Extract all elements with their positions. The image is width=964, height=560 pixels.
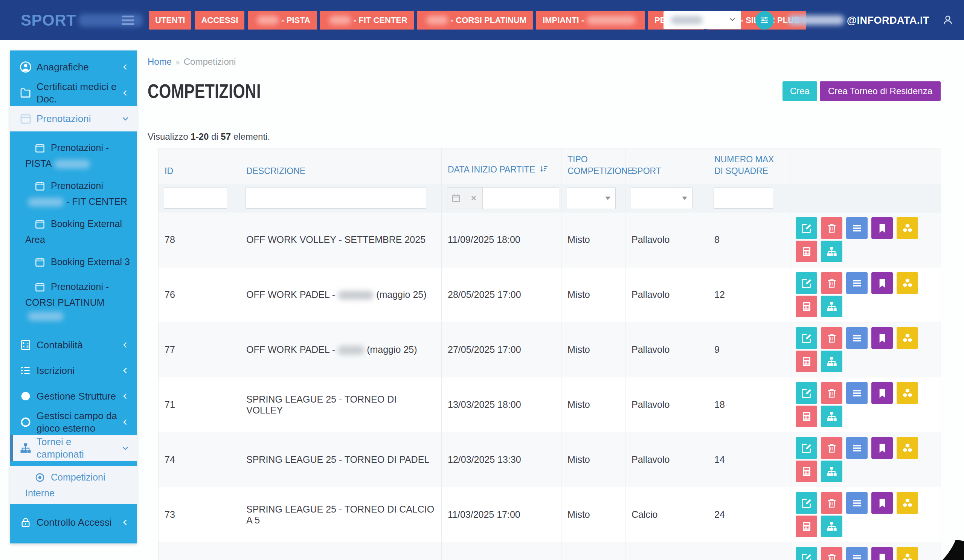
bookmark-action-button[interactable] (871, 327, 893, 349)
sitemap-action-button[interactable] (821, 405, 842, 427)
sitemap-action-button[interactable] (821, 241, 842, 262)
calculator-action-button[interactable] (796, 461, 817, 482)
column-header-descrizione: DESCRIZIONE (240, 148, 442, 184)
sidebar-item-prenotazioni[interactable]: Prenotazioni (10, 106, 137, 132)
user-account-icon[interactable] (941, 14, 954, 27)
filter-select-sport[interactable] (631, 187, 692, 209)
sidebar-item-booking-external-3[interactable]: Booking External 3 (10, 251, 137, 276)
hamburger-menu-icon[interactable] (120, 12, 136, 29)
bars-action-button[interactable] (846, 382, 868, 404)
topnav-button-3[interactable]: - FIT CENTER (320, 11, 414, 29)
sidebar-item-prenotazioni-corsi-platinum[interactable]: Prenotazioni - CORSI PLATINUM (10, 276, 137, 327)
topnav-button-0[interactable]: UTENTI (149, 11, 191, 29)
bars-action-button[interactable] (846, 217, 868, 239)
bars-action-button[interactable] (846, 492, 868, 514)
trash-action-button[interactable] (821, 492, 842, 514)
sidebar-item-tornei-e-campionati[interactable]: Tornei e campionati (10, 435, 137, 461)
cell-sport: Calcio (625, 487, 708, 542)
sort-desc-icon[interactable] (539, 164, 549, 177)
filter-input-id[interactable] (164, 187, 227, 208)
circle-outline-icon (19, 416, 36, 428)
bookmark-action-button[interactable] (871, 217, 893, 239)
calculator-action-button[interactable] (796, 296, 817, 317)
faded-icon (19, 112, 36, 125)
table-filter-row (158, 184, 941, 212)
bookmark-action-button[interactable] (871, 437, 893, 459)
cubes-action-button[interactable] (897, 382, 918, 404)
sidebar-item-booking-external-area[interactable]: Booking External Area (10, 213, 137, 251)
column-header-data-inizio-partite[interactable]: DATA INIZIO PARTITE (442, 148, 562, 184)
sitemap-action-button[interactable] (821, 296, 842, 317)
edit-action-button[interactable] (796, 547, 817, 560)
sidebar-item-certificati-medici-e-doc[interactable]: Certificati medici e Doc. (10, 80, 137, 106)
calculator-action-button[interactable] (796, 351, 817, 372)
cubes-action-button[interactable] (897, 217, 918, 239)
filter-select-tipo-competizione[interactable] (567, 187, 616, 209)
text: - FIT CENTER (353, 15, 407, 25)
edit-action-button[interactable] (796, 217, 817, 239)
edit-action-button[interactable] (796, 272, 817, 294)
settings-button[interactable] (756, 11, 774, 29)
caret-down-icon (682, 197, 687, 200)
sitemap-action-button[interactable] (821, 351, 842, 372)
cubes-action-button[interactable] (897, 272, 918, 294)
topnav-button-5[interactable]: IMPIANTI - (536, 11, 645, 29)
redacted-text (426, 16, 448, 25)
edit-action-button[interactable] (796, 382, 817, 404)
topnav-button-1[interactable]: ACCESSI (195, 11, 244, 29)
cell-tipo: Misto (562, 487, 625, 542)
calculator-action-button[interactable] (796, 241, 817, 262)
sidebar-item-prenotazioni-pista[interactable]: Prenotazioni - PISTA (10, 137, 137, 175)
edit-action-button[interactable] (796, 492, 817, 514)
cubes-action-button[interactable] (897, 492, 918, 514)
cubes-action-button[interactable] (897, 437, 918, 459)
cubes-action-button[interactable] (897, 327, 918, 349)
chevron-left-icon (120, 340, 130, 350)
sidebar-item-competizioni-interne[interactable]: Competizioni Interne (10, 466, 137, 504)
sidebar-item-prenotazioni[interactable]: Prenotazioni- FIT CENTER (10, 175, 137, 213)
text: Iscrizioni (36, 365, 75, 376)
trash-action-button[interactable] (821, 437, 842, 459)
breadcrumb-home-link[interactable]: Home (148, 57, 172, 67)
topbar-select[interactable] (663, 11, 741, 29)
filter-input-descrizione[interactable] (246, 187, 426, 208)
trash-action-button[interactable] (821, 272, 842, 294)
bars-action-button[interactable] (846, 272, 868, 294)
bookmark-action-button[interactable] (871, 547, 893, 560)
edit-action-button[interactable] (796, 327, 817, 349)
bars-action-button[interactable] (846, 327, 868, 349)
crea-torneo-di-residenza-button[interactable]: Crea Torneo di Residenza (820, 81, 941, 101)
bars-action-button[interactable] (846, 437, 868, 459)
sidebar-item-contabilit[interactable]: Contabilità (10, 332, 137, 358)
sidebar-item-gestisci-campo-da-gioco-esterno[interactable]: Gestisci campo da gioco esterno (10, 409, 137, 435)
trash-action-button[interactable] (821, 217, 842, 239)
trash-action-button[interactable] (821, 382, 842, 404)
cubes-action-button[interactable] (897, 547, 918, 560)
topnav-button-2[interactable]: - PISTA (248, 11, 317, 29)
bookmark-action-button[interactable] (871, 382, 893, 404)
edit-action-button[interactable] (796, 437, 817, 459)
bookmark-action-button[interactable] (871, 492, 893, 514)
calendar-picker-button[interactable] (447, 187, 465, 208)
topnav-button-4[interactable]: - CORSI PLATINUM (417, 11, 533, 29)
sitemap-action-button[interactable] (821, 516, 842, 537)
filter-input-data-inizio[interactable] (483, 187, 559, 208)
sitemap-action-button[interactable] (821, 461, 842, 482)
bars-action-button[interactable] (846, 547, 868, 560)
sidebar-item-controllo-accessi[interactable]: Controllo Accessi (10, 510, 137, 535)
sidebar-item-iscrizioni[interactable]: Iscrizioni (10, 358, 137, 383)
table-row-74: 74SPRING LEAGUE 25 - TORNEO DI PADEL12/0… (158, 432, 941, 487)
filter-cell-3 (562, 184, 625, 212)
crea-button[interactable]: Crea (783, 81, 817, 101)
sidebar-item-gestione-strutture[interactable]: Gestione Strutture (10, 383, 137, 409)
trash-action-button[interactable] (821, 327, 842, 349)
calculator-action-button[interactable] (796, 405, 817, 427)
calculator-action-button[interactable] (796, 516, 817, 537)
bookmark-action-button[interactable] (871, 272, 893, 294)
sidebar-item-anagrafiche[interactable]: Anagrafiche (10, 54, 137, 80)
calendar-icon (34, 281, 46, 296)
trash-action-button[interactable] (821, 547, 842, 560)
clear-date-button[interactable] (465, 187, 483, 208)
cell-actions (790, 487, 941, 542)
filter-input-numero-max-di-squadre[interactable] (713, 187, 773, 208)
